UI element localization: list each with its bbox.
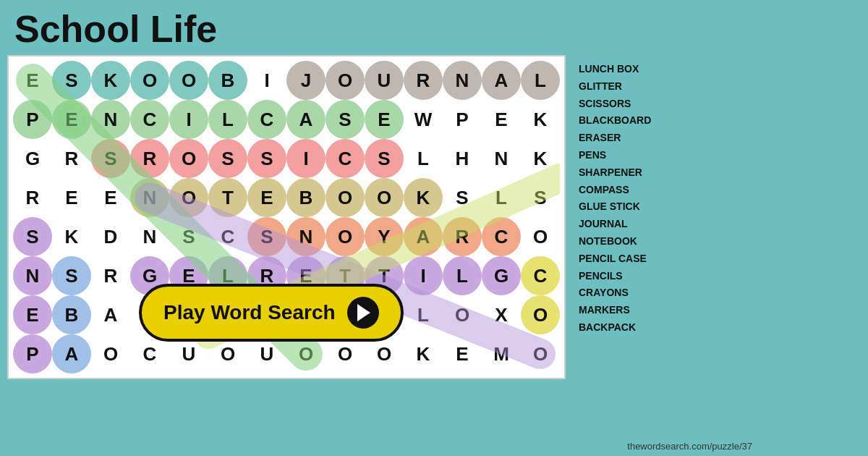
play-icon xyxy=(347,297,379,329)
cta-button[interactable]: Play Word Search xyxy=(139,284,404,342)
grid-cell: B xyxy=(286,178,326,217)
grid-cell: A xyxy=(404,217,443,256)
grid-cell: C xyxy=(208,217,247,256)
grid-cell: O xyxy=(91,334,130,373)
footer-link: thewordsearch.com/puzzle/37 xyxy=(627,441,752,452)
grid-cell: K xyxy=(521,139,560,178)
word-list-item: PENCIL CASE xyxy=(579,250,674,268)
grid-cell: I xyxy=(404,256,443,295)
grid-cell: E xyxy=(91,178,130,217)
grid-cell: O xyxy=(130,61,169,100)
grid-cell: C xyxy=(521,256,560,295)
word-list-item: NOTEBOOK xyxy=(579,233,674,250)
grid-cell: O xyxy=(521,217,560,256)
grid-cell: S xyxy=(365,139,404,178)
grid-cell: A xyxy=(482,61,521,100)
grid-cell: L xyxy=(443,256,482,295)
grid-cell: N xyxy=(13,256,52,295)
grid-cell: Y xyxy=(365,217,404,256)
grid-cell: L xyxy=(521,61,560,100)
grid-cell: L xyxy=(482,178,521,217)
grid-cell: N xyxy=(130,178,169,217)
grid-cell: B xyxy=(52,295,91,334)
grid-cell: R xyxy=(130,139,169,178)
grid-cell: P xyxy=(13,334,52,373)
grid-cell: P xyxy=(443,100,482,139)
word-list-item: MARKERS xyxy=(579,302,674,319)
grid-cell: R xyxy=(91,256,130,295)
grid-cell: M xyxy=(482,334,521,373)
grid-cell: I xyxy=(247,61,286,100)
grid-cell: O xyxy=(326,217,365,256)
grid-cell: T xyxy=(208,178,247,217)
grid-cell: E xyxy=(52,178,91,217)
word-list-item: COMPASS xyxy=(579,182,674,199)
grid-cell: L xyxy=(208,100,247,139)
grid-cell: A xyxy=(286,100,326,139)
grid-cell: H xyxy=(443,139,482,178)
page-title: School Life xyxy=(0,0,868,55)
grid-cell: E xyxy=(13,61,52,100)
word-list-item: ERASER xyxy=(579,130,674,147)
grid-cell: N xyxy=(482,139,521,178)
grid-cell: C xyxy=(130,100,169,139)
word-list-item: LUNCH BOX xyxy=(579,61,674,78)
grid-cell: E xyxy=(13,295,52,334)
grid-cell: O xyxy=(521,334,560,373)
grid-cell: I xyxy=(286,139,326,178)
grid-cell: W xyxy=(404,100,443,139)
grid-cell: R xyxy=(404,61,443,100)
grid-cell: K xyxy=(91,61,130,100)
grid-cell: O xyxy=(443,295,482,334)
word-list-item: PENS xyxy=(579,147,674,164)
grid-cell: S xyxy=(208,139,247,178)
grid-cell: S xyxy=(91,139,130,178)
grid-container: ESKOOBIJOURNALPENCILCASEWPEKGRSROSSICSLH… xyxy=(7,55,566,379)
grid-cell: O xyxy=(326,178,365,217)
grid-cell: N xyxy=(286,217,326,256)
grid-cell: D xyxy=(91,217,130,256)
grid-cell: S xyxy=(247,139,286,178)
grid-cell: P xyxy=(13,100,52,139)
grid-cell: X xyxy=(482,295,521,334)
grid-cell: C xyxy=(247,100,286,139)
cta-label: Play Word Search xyxy=(163,301,336,324)
word-list-item: JOURNAL xyxy=(579,216,674,233)
grid-cell: K xyxy=(521,100,560,139)
grid-cell: S xyxy=(52,61,91,100)
grid-cell: N xyxy=(91,100,130,139)
grid-cell: E xyxy=(52,100,91,139)
grid-cell: A xyxy=(52,334,91,373)
grid-cell: S xyxy=(443,178,482,217)
grid-cell: G xyxy=(482,256,521,295)
grid-cell: S xyxy=(52,256,91,295)
grid-cell: O xyxy=(365,178,404,217)
grid-cell: K xyxy=(404,178,443,217)
word-list: LUNCH BOXGLITTERSCISSORSBLACKBOARDERASER… xyxy=(573,55,674,379)
grid-cell: O xyxy=(169,139,208,178)
grid-cell: O xyxy=(169,61,208,100)
grid-cell: E xyxy=(443,334,482,373)
grid-cell: R xyxy=(443,217,482,256)
grid-cell: S xyxy=(13,217,52,256)
word-list-item: GLITTER xyxy=(579,78,674,96)
grid-cell: B xyxy=(208,61,247,100)
grid-cell: O xyxy=(326,61,365,100)
grid-cell: N xyxy=(130,217,169,256)
grid-cell: A xyxy=(91,295,130,334)
grid-cell: K xyxy=(404,334,443,373)
grid-cell: L xyxy=(404,295,443,334)
grid-cell: N xyxy=(443,61,482,100)
grid-cell: C xyxy=(482,217,521,256)
grid-cell: L xyxy=(404,139,443,178)
grid-cell: S xyxy=(247,217,286,256)
grid-cell: I xyxy=(169,100,208,139)
grid-cell: S xyxy=(521,178,560,217)
word-list-item: SCISSORS xyxy=(579,96,674,113)
word-list-item: BLACKBOARD xyxy=(579,112,674,130)
grid-cell: G xyxy=(13,139,52,178)
grid-cell: U xyxy=(365,61,404,100)
grid-cell: R xyxy=(52,139,91,178)
word-list-item: PENCILS xyxy=(579,268,674,285)
grid-cell: E xyxy=(365,100,404,139)
